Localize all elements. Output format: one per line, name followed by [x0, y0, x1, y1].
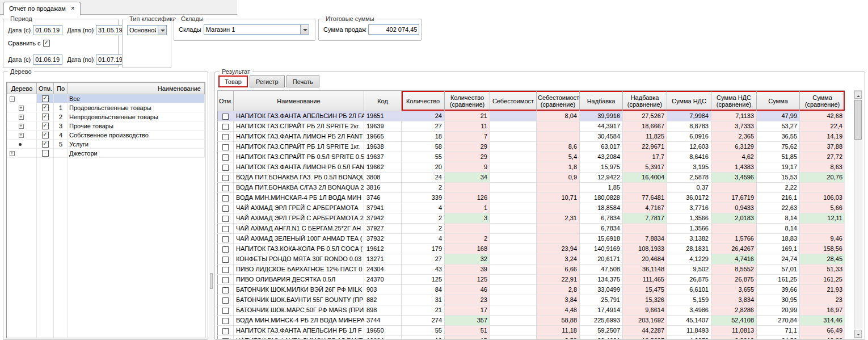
compare-to-input[interactable] [96, 54, 125, 65]
result-row[interactable]: НАПИТОК ГАЗ.СПРАЙТ РБ 0.5Л SPRITE 0.5196… [218, 152, 845, 162]
date-to-input[interactable] [96, 25, 125, 35]
date-from-input[interactable] [33, 25, 62, 35]
tree-checkbox[interactable] [42, 95, 49, 102]
row-checkbox[interactable] [222, 308, 229, 314]
splitter-grip-icon[interactable] [210, 273, 213, 289]
scroll-up-icon[interactable] [854, 91, 862, 99]
close-icon[interactable]: × [71, 6, 75, 11]
row-checkbox[interactable] [222, 236, 229, 242]
row-checkbox[interactable] [222, 226, 229, 232]
result-row[interactable]: ВОДА ПИТ.БОНАКВА ГАЗ. РБ 0.5Л BONAQU3808… [218, 173, 845, 183]
tree-row[interactable]: +2Непродовольственные товары [7, 112, 205, 121]
col-name[interactable]: Наименование [234, 91, 364, 111]
result-row[interactable]: ПИВО ЛИДСКОЕ БАРХАТНОЕ 12% ПАСТ 02430443… [218, 265, 845, 275]
result-row[interactable]: ВОДА МИН.МИНСКАЯ-4 РБ 1Л ВОДА МИН3746339… [218, 193, 845, 203]
result-row[interactable]: НАПИТОК ГАЗ.ФАНТА АПЕЛЬСИН РБ 1Л F196505… [218, 326, 845, 336]
compare-from-input[interactable] [33, 54, 62, 65]
result-row[interactable]: ЧАЙ АХМАД АНГЛ.N1 С БЕРГАМ.25*2Г АН37927… [218, 224, 845, 234]
row-checkbox[interactable] [222, 185, 229, 191]
col-qty-cmp[interactable]: Количество (сравнение) [445, 91, 490, 111]
result-row[interactable]: БАТОНЧИК ШОК.МАРС 50Г РФ MARS (ПРИ898211… [218, 305, 845, 316]
result-row[interactable]: НАПИТОК ГАЗ.СПРАЙТ РБ 1Л SPRITE 1кг.1963… [218, 142, 845, 152]
result-row[interactable]: ЧАЙ АХМАД ЗЕЛЕНЫЙ 100Г AHMAD TEA (379324… [218, 234, 845, 244]
row-checkbox[interactable] [222, 246, 229, 253]
tree-row[interactable]: −Все [7, 94, 205, 103]
row-checkbox[interactable] [222, 328, 229, 334]
tree-col-mark[interactable]: Отм. [37, 83, 54, 94]
row-checkbox[interactable] [222, 165, 229, 171]
col-code[interactable]: Код [364, 91, 402, 111]
collapse-icon[interactable]: − [10, 96, 15, 102]
result-row[interactable]: БАТОНЧИК ШОК.БАУНТИ 55Г BOUNTY (ПР882312… [218, 295, 845, 305]
register-button[interactable]: Регистр [250, 75, 285, 87]
row-checkbox[interactable] [222, 124, 229, 130]
goods-button[interactable]: Товар [218, 75, 248, 87]
result-row[interactable]: ВОДА МИН.МИНСК-4 РБ 2Л ВОДА МИНЕРА374427… [218, 316, 845, 326]
result-row[interactable]: БАТОНЧИК ШОК.МИЛКИ ВЭЙ 26Г РФ MILK903844… [218, 285, 845, 295]
expand-icon[interactable]: + [10, 151, 15, 156]
row-checkbox[interactable] [222, 175, 229, 181]
expand-icon[interactable]: + [19, 133, 24, 138]
result-row[interactable]: ПИВО ОЛИВАРИЯ ДЕСЯТКА 0.5Л2437012512522,… [218, 275, 845, 285]
tree-checkbox[interactable] [42, 150, 49, 157]
result-row[interactable]: КОНФЕТЫ РОНДО МЯТА 30Г RONDO 0.031327127… [218, 254, 845, 265]
tree-col-num[interactable]: По [54, 83, 68, 94]
row-checkbox[interactable] [222, 338, 229, 339]
tree-checkbox[interactable] [42, 114, 49, 120]
tree-col-name[interactable]: Наименование [68, 83, 205, 94]
tab-sales-report[interactable]: Отчет по продажам × [3, 2, 81, 15]
result-row[interactable]: НАПИТОК ГАЗ.ФАНТА ЛИМОН РБ 2Л FANT196651… [218, 132, 845, 142]
result-row[interactable]: ЧАЙ АХМАД ЭРЛ ГРЕЙ С АРБЕРГАМОТА 2379422… [218, 213, 845, 224]
chevron-down-icon[interactable] [300, 24, 309, 35]
compare-checkbox[interactable] [43, 40, 50, 47]
tree-row[interactable]: +3Прочие товары [7, 121, 205, 131]
result-row[interactable]: НАПИТОК ГАЗ.ФАНТА ЛИМОН РБ 0.5Л FAN19662… [218, 162, 845, 173]
col-mark[interactable]: Отм. [218, 91, 234, 111]
expand-icon[interactable]: + [19, 106, 24, 111]
result-row[interactable]: НАПИТОК ГАЗ.КОКА-КОЛА РБ 0.5Л COCA (1961… [218, 244, 845, 254]
row-checkbox[interactable] [222, 205, 229, 212]
row-checkbox[interactable] [222, 154, 229, 161]
panel-splitter[interactable] [209, 72, 214, 340]
row-checkbox[interactable] [222, 277, 229, 283]
result-row[interactable]: ЧАЙ АХМАД ЭРЛ ГРЕЙ С АРБЕРГАМОТА37941411… [218, 203, 845, 213]
tree-row[interactable]: 5Услуги [7, 140, 205, 149]
row-checkbox[interactable] [222, 114, 229, 120]
row-checkbox[interactable] [222, 144, 229, 150]
tree-checkbox[interactable] [42, 141, 49, 148]
tree-row[interactable]: +1Продовольственные товары [7, 103, 205, 112]
row-checkbox[interactable] [222, 287, 229, 293]
col-vat-cmp[interactable]: Сумма НДС (сравнение) [711, 91, 757, 111]
warehouse-input[interactable] [204, 24, 300, 35]
vertical-scrollbar[interactable] [854, 90, 862, 338]
result-row[interactable]: НАПИТОК ГАЗ.ФАНТА АПЕЛЬСИН РБ 2Л FA19651… [218, 111, 845, 121]
tree-row[interactable]: +Джестори [7, 149, 205, 158]
tree-checkbox[interactable] [42, 123, 49, 129]
row-checkbox[interactable] [222, 267, 229, 273]
row-checkbox[interactable] [222, 257, 229, 263]
col-sum-cmp[interactable]: Сумма (сравнение) [800, 91, 845, 111]
col-markup-cmp[interactable]: Надбавка (сравнение) [623, 91, 667, 111]
chevron-down-icon[interactable] [158, 25, 167, 35]
tree-row[interactable]: +4Собственное производство [7, 131, 205, 140]
col-sum[interactable]: Сумма [757, 91, 800, 111]
result-row[interactable]: НАПИТОК ГАЗ.СПРАЙТ РБ 2Л SPRITE 2кг.1963… [218, 121, 845, 132]
result-row[interactable]: НАПИТОК ГАЗ.ФАНТА ЛИМОН РБ 1Л FANT196641… [218, 336, 845, 339]
col-qty[interactable]: Количество [402, 91, 445, 111]
sales-sum-value[interactable] [368, 24, 419, 35]
expand-icon[interactable]: + [19, 115, 24, 120]
scrollbar-thumb[interactable] [854, 100, 862, 140]
classifier-select[interactable] [127, 25, 158, 35]
row-checkbox[interactable] [222, 297, 229, 304]
scroll-down-icon[interactable] [854, 330, 862, 338]
expand-icon[interactable]: + [19, 124, 24, 129]
row-checkbox[interactable] [222, 318, 229, 324]
print-button[interactable]: Печать [286, 75, 319, 87]
col-vat[interactable]: Сумма НДС [667, 91, 711, 111]
row-checkbox[interactable] [222, 216, 229, 222]
result-row[interactable]: ВОДА ПИТ.БОНАКВА С/ГАЗ 2Л BONAQUA 238162… [218, 183, 845, 193]
tree-checkbox[interactable] [42, 132, 49, 138]
row-checkbox[interactable] [222, 195, 229, 202]
col-markup[interactable]: Надбавка [580, 91, 623, 111]
tree-col-tree[interactable]: Дерево [7, 83, 37, 94]
